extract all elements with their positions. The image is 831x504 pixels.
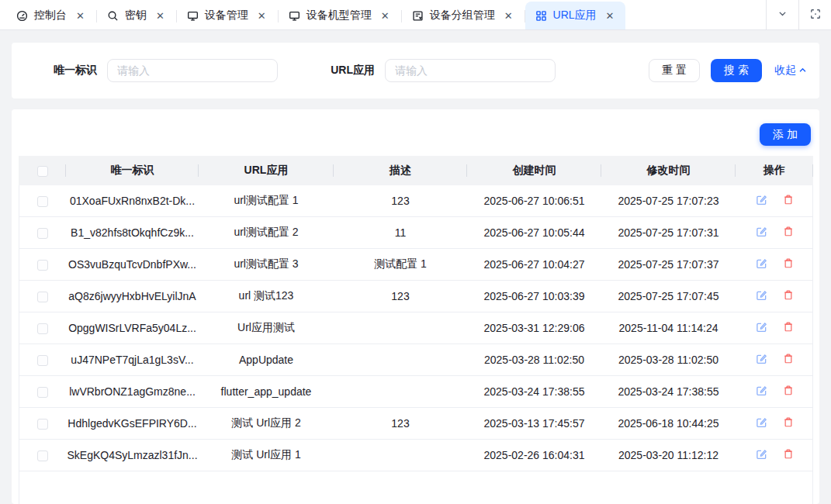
tab-console[interactable]: 控制台 ✕ (6, 2, 96, 29)
tab-secret-key[interactable]: 密钥 ✕ (97, 2, 176, 29)
modified-time-cell: 2025-11-04 11:14:24 (601, 312, 736, 344)
delete-button[interactable] (783, 353, 794, 367)
delete-button[interactable] (783, 321, 794, 335)
select-all-checkbox[interactable] (37, 166, 48, 177)
chevron-down-icon (777, 9, 788, 21)
close-icon[interactable]: ✕ (604, 10, 616, 22)
url-app-cell: 测试 Url应用 2 (199, 408, 334, 440)
close-icon[interactable]: ✕ (379, 10, 391, 22)
monitor-icon (289, 10, 300, 22)
row-select-cell (19, 408, 66, 440)
table-row: B1_v82hfs8tOkqhfCz9k... url测试配置 2 11 202… (19, 217, 813, 249)
edit-button[interactable] (756, 226, 767, 240)
tab-label: 设备机型管理 (306, 9, 372, 22)
description-cell: 123 (334, 185, 467, 217)
url-app-cell: url测试配置 2 (199, 217, 334, 249)
edit-icon (756, 416, 767, 430)
edit-button[interactable] (756, 416, 767, 430)
edit-icon (756, 226, 767, 240)
created-time-cell: 2025-06-27 10:05:44 (467, 217, 601, 249)
tab-device-group-management[interactable]: 设备分组管理 ✕ (402, 2, 525, 29)
row-checkbox[interactable] (37, 450, 48, 461)
unique-id-input[interactable] (107, 59, 278, 82)
tab-label: 设备管理 (205, 9, 248, 22)
description-cell: 测试配置 1 (334, 249, 467, 281)
tab-list-dropdown-button[interactable] (766, 0, 798, 29)
url-app-table: 唯一标识 URL应用 描述 创建时间 修改时间 操作 01XoaFUxRn8nx… (19, 156, 813, 471)
edit-button[interactable] (756, 321, 767, 335)
row-select-cell (19, 344, 66, 376)
row-select-cell (19, 440, 66, 471)
created-time-cell: 2025-03-13 17:45:57 (467, 408, 601, 440)
add-button[interactable]: 添 加 (760, 123, 811, 146)
created-time-cell: 2025-03-28 11:02:50 (467, 344, 601, 376)
edit-button[interactable] (756, 194, 767, 208)
trash-icon (783, 289, 794, 303)
edit-button[interactable] (756, 289, 767, 303)
row-checkbox[interactable] (37, 292, 48, 302)
edit-icon (756, 194, 767, 208)
row-checkbox[interactable] (37, 228, 48, 239)
delete-button[interactable] (783, 226, 794, 240)
row-checkbox[interactable] (37, 387, 48, 398)
url-app-cell: AppUpdate (199, 344, 334, 376)
edit-button[interactable] (756, 353, 767, 367)
table-row: aQ8z6jwyyHxbHvELyilJnA url 测试123 123 202… (19, 281, 813, 312)
edit-button[interactable] (756, 257, 767, 271)
delete-button[interactable] (783, 385, 794, 399)
actions-cell (736, 440, 813, 471)
table-panel: 添 加 唯一标识 URL应用 描述 创建时间 修改时间 (12, 109, 819, 504)
data-table-wrapper: 唯一标识 URL应用 描述 创建时间 修改时间 操作 01XoaFUxRn8nx… (19, 156, 813, 504)
description-cell (334, 344, 467, 376)
delete-button[interactable] (783, 257, 794, 271)
collapse-link[interactable]: 收起 (774, 64, 807, 78)
tab-url-app[interactable]: URL应用 ✕ (525, 2, 626, 29)
delete-button[interactable] (783, 416, 794, 430)
collapse-label: 收起 (774, 64, 796, 78)
delete-button[interactable] (783, 289, 794, 303)
created-time-cell: 2025-02-26 16:04:31 (467, 440, 601, 471)
delete-button[interactable] (783, 194, 794, 208)
fullscreen-icon (810, 9, 821, 22)
url-app-field-group: URL应用 (323, 59, 556, 82)
row-checkbox[interactable] (37, 260, 48, 271)
fullscreen-button[interactable] (798, 0, 831, 29)
grid-icon (535, 10, 547, 22)
row-checkbox[interactable] (37, 323, 48, 334)
close-icon[interactable]: ✕ (154, 10, 166, 22)
edit-button[interactable] (756, 385, 767, 399)
description-cell: 123 (334, 281, 467, 312)
search-panel: 唯一标识 URL应用 重 置 搜 索 收起 (12, 43, 819, 98)
trash-icon (783, 194, 794, 208)
unique-id-field-group: 唯一标识 (12, 59, 278, 82)
close-icon[interactable]: ✕ (503, 10, 514, 22)
uid-cell: aQ8z6jwyyHxbHvELyilJnA (66, 281, 199, 312)
uid-cell: lwVRbrONZ1agGmz8ne... (66, 376, 199, 408)
tabbar-controls (766, 0, 831, 29)
edit-button[interactable] (756, 448, 767, 462)
reset-button[interactable]: 重 置 (649, 59, 700, 82)
row-checkbox[interactable] (37, 419, 48, 430)
tab-device-model-management[interactable]: 设备机型管理 ✕ (279, 2, 401, 29)
tab-device-management[interactable]: 设备管理 ✕ (177, 2, 278, 29)
tab-label: 设备分组管理 (430, 9, 495, 22)
tab-label: 控制台 (34, 9, 67, 22)
url-app-cell: Url应用测试 (199, 312, 334, 344)
actions-cell (736, 185, 813, 217)
modified-time-cell: 2025-07-25 17:07:31 (601, 217, 736, 249)
actions-cell (736, 312, 813, 344)
trash-icon (783, 353, 794, 367)
table-row: 01XoaFUxRn8nxB2t-Dk... url测试配置 1 123 202… (19, 185, 813, 217)
search-button[interactable]: 搜 索 (711, 59, 762, 82)
url-app-input[interactable] (385, 59, 556, 82)
edit-icon (756, 448, 767, 462)
row-checkbox[interactable] (37, 355, 48, 366)
close-icon[interactable]: ✕ (74, 10, 86, 22)
delete-button[interactable] (783, 448, 794, 462)
row-checkbox[interactable] (37, 196, 48, 207)
url-app-cell: url 测试123 (199, 281, 334, 312)
description-cell (334, 376, 467, 408)
page-body: 唯一标识 URL应用 重 置 搜 索 收起 添 加 (0, 30, 831, 504)
close-icon[interactable]: ✕ (256, 10, 268, 22)
trash-icon (783, 416, 794, 430)
